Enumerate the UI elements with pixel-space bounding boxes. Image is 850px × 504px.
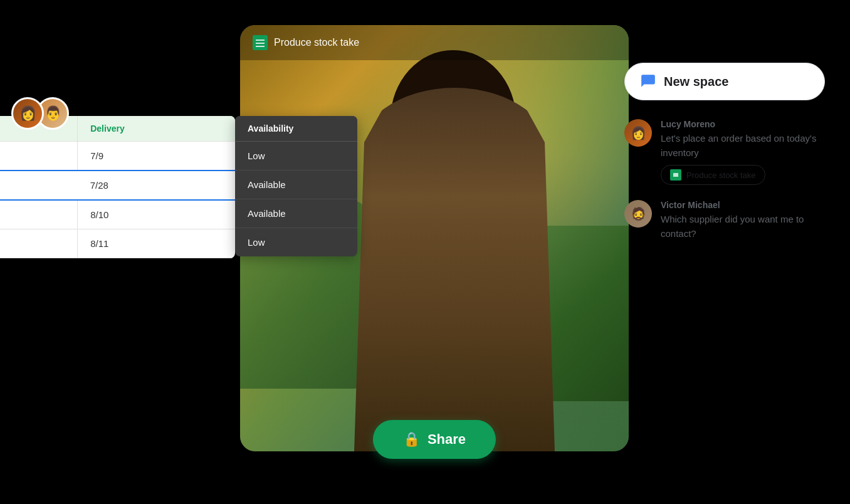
share-label: Share: [428, 431, 466, 448]
delivery-salad-mix: 8/11: [78, 229, 235, 258]
attachment-label: Produce stock take: [686, 171, 756, 180]
avail-row-2: Available: [235, 171, 357, 199]
right-panel: New space 👩 Lucy Moreno Let's place an o…: [624, 63, 825, 256]
delivery-onions: 7/28: [78, 171, 235, 200]
lucy-avatar-face: 👩: [624, 119, 652, 147]
chat-message-1: 👩 Lucy Moreno Let's place an order based…: [624, 119, 825, 185]
item-carrots: Carrots: [0, 200, 78, 229]
lucy-avatar: 👩: [624, 119, 652, 147]
sheets-icon: [253, 35, 268, 50]
victor-avatar: 🧔: [624, 200, 652, 228]
avail-row-4: Low: [235, 228, 357, 256]
table-wrapper: Item Delivery Bell peppers 7/9 Onions 7/…: [0, 116, 235, 258]
availability-overlay: Availability Low Available Available Low: [235, 116, 357, 256]
victor-name: Victor Michael: [661, 200, 825, 210]
lucy-text: Let's place an order based on today's in…: [661, 132, 825, 160]
person-body: [354, 88, 555, 451]
avatars-group: 👩 👨: [11, 97, 61, 130]
victor-message-content: Victor Michael Which supplier did you wa…: [661, 200, 825, 241]
item-onions[interactable]: Onions: [0, 171, 78, 200]
attachment-sheets-icon: [670, 169, 681, 181]
produce-table: Item Delivery Bell peppers 7/9 Onions 7/…: [0, 116, 235, 258]
lock-icon: 🔒: [403, 431, 420, 448]
chat-message-2: 🧔 Victor Michael Which supplier did you …: [624, 200, 825, 241]
item-salad-mix: Salad mix: [0, 229, 78, 258]
new-space-button[interactable]: New space: [624, 63, 825, 100]
new-space-label: New space: [664, 75, 728, 89]
table-row: Carrots 8/10: [0, 200, 235, 229]
delivery-carrots: 8/10: [78, 200, 235, 229]
main-scene: Produce stock take 👩 👨 Item Delivery: [0, 0, 850, 504]
chat-attachment[interactable]: Produce stock take: [661, 165, 765, 185]
lucy-name: Lucy Moreno: [661, 119, 825, 129]
avatar-1-face: 👩: [13, 99, 42, 128]
delivery-bell-peppers: 7/9: [78, 142, 235, 171]
avail-row-3: Available: [235, 199, 357, 228]
photo-title: Produce stock take: [274, 37, 359, 48]
chat-bubble-icon: [640, 72, 656, 91]
col-header-delivery: Delivery: [78, 116, 235, 142]
photo-header: Produce stock take: [240, 25, 629, 60]
lucy-message-content: Lucy Moreno Let's place an order based o…: [661, 119, 825, 185]
table-row: Bell peppers 7/9: [0, 142, 235, 171]
victor-avatar-face: 🧔: [624, 200, 652, 228]
avail-row-1: Low: [235, 142, 357, 171]
spreadsheet-overlay: Item Delivery Bell peppers 7/9 Onions 7/…: [0, 116, 235, 258]
avatar-1: 👩: [11, 97, 44, 130]
table-row: Salad mix 8/11: [0, 229, 235, 258]
item-bell-peppers: Bell peppers: [0, 142, 78, 171]
table-row-selected: Onions 7/28: [0, 171, 235, 200]
victor-text: Which supplier did you want me to contac…: [661, 213, 825, 241]
share-button[interactable]: 🔒 Share: [373, 420, 496, 459]
availability-header: Availability: [235, 116, 357, 142]
